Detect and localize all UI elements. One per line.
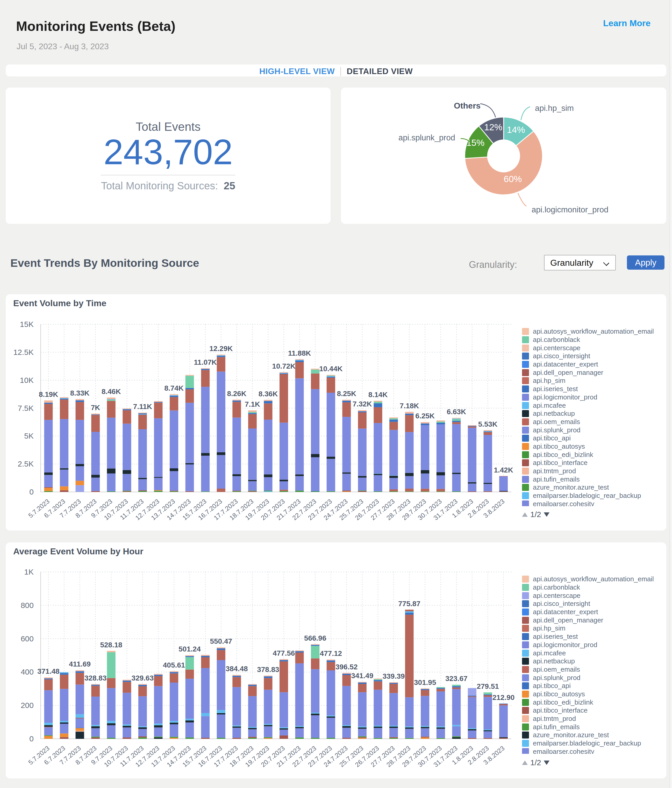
svg-text:11.07K: 11.07K <box>194 358 217 366</box>
svg-text:7.11K: 7.11K <box>133 402 152 411</box>
svg-text:400: 400 <box>21 667 34 676</box>
svg-text:329.63: 329.63 <box>132 674 154 682</box>
svg-text:api.logicmonitor_prod: api.logicmonitor_prod <box>532 205 608 214</box>
svg-text:528.18: 528.18 <box>100 641 122 649</box>
svg-text:10.44K: 10.44K <box>319 365 343 373</box>
svg-text:15%: 15% <box>466 138 485 148</box>
svg-text:15K: 15K <box>20 320 34 329</box>
svg-text:396.52: 396.52 <box>335 663 358 671</box>
svg-text:14%: 14% <box>507 125 525 135</box>
svg-text:5K: 5K <box>24 432 34 440</box>
svg-text:800: 800 <box>21 601 34 610</box>
svg-text:384.48: 384.48 <box>226 665 248 673</box>
svg-text:7.1K: 7.1K <box>245 400 260 408</box>
svg-text:0: 0 <box>29 488 34 496</box>
svg-text:566.96: 566.96 <box>304 634 326 642</box>
svg-text:12.29K: 12.29K <box>209 345 233 353</box>
svg-text:6.25K: 6.25K <box>415 412 435 420</box>
svg-text:279.51: 279.51 <box>477 682 499 690</box>
svg-text:8.33K: 8.33K <box>70 389 90 397</box>
svg-text:8.26K: 8.26K <box>227 389 246 398</box>
svg-text:550.47: 550.47 <box>210 637 232 645</box>
svg-text:5.53K: 5.53K <box>478 420 498 428</box>
svg-text:10.72K: 10.72K <box>272 362 295 370</box>
svg-text:2.5K: 2.5K <box>17 459 34 468</box>
svg-text:7.5K: 7.5K <box>17 404 34 412</box>
svg-text:8.36K: 8.36K <box>259 390 278 398</box>
svg-text:8.25K: 8.25K <box>337 389 356 398</box>
svg-text:7.32K: 7.32K <box>353 400 372 408</box>
svg-text:api.hp_sim: api.hp_sim <box>535 103 574 113</box>
svg-text:501.24: 501.24 <box>178 645 201 653</box>
svg-text:7.18K: 7.18K <box>400 402 419 410</box>
svg-text:8.14K: 8.14K <box>369 391 388 399</box>
svg-text:371.48: 371.48 <box>37 667 60 675</box>
svg-text:60%: 60% <box>504 174 522 184</box>
svg-text:Average Event Volume by Hour: Average Event Volume by Hour <box>13 547 143 556</box>
svg-text:6.63K: 6.63K <box>446 408 466 416</box>
svg-text:Others: Others <box>454 101 481 110</box>
svg-text:477.56: 477.56 <box>273 649 295 657</box>
svg-text:405.61: 405.61 <box>163 661 185 669</box>
svg-text:301.95: 301.95 <box>414 678 436 686</box>
svg-text:11.88K: 11.88K <box>288 349 311 357</box>
svg-text:323.67: 323.67 <box>445 675 468 683</box>
svg-text:600: 600 <box>21 634 34 643</box>
svg-text:212.90: 212.90 <box>492 693 515 702</box>
svg-text:7K: 7K <box>91 404 100 411</box>
svg-text:775.87: 775.87 <box>398 600 421 608</box>
svg-text:api.splunk_prod: api.splunk_prod <box>399 133 455 142</box>
svg-text:328.83: 328.83 <box>84 674 107 682</box>
svg-text:339.39: 339.39 <box>383 672 405 680</box>
svg-text:8.46K: 8.46K <box>102 388 121 396</box>
svg-text:341.49: 341.49 <box>351 672 373 680</box>
svg-text:378.83: 378.83 <box>257 666 279 674</box>
svg-text:200: 200 <box>21 701 34 710</box>
svg-text:8.19K: 8.19K <box>39 390 58 399</box>
svg-text:1.42K: 1.42K <box>494 466 513 474</box>
svg-text:477.12: 477.12 <box>320 650 342 658</box>
svg-text:12.5K: 12.5K <box>13 348 34 356</box>
svg-text:0: 0 <box>29 734 34 743</box>
svg-text:12%: 12% <box>484 122 502 132</box>
svg-text:8.74K: 8.74K <box>164 384 184 392</box>
svg-text:Event Volume by Time: Event Volume by Time <box>13 298 106 308</box>
svg-text:1K: 1K <box>24 567 34 576</box>
svg-text:411.69: 411.69 <box>69 660 91 668</box>
svg-text:10K: 10K <box>20 376 34 384</box>
